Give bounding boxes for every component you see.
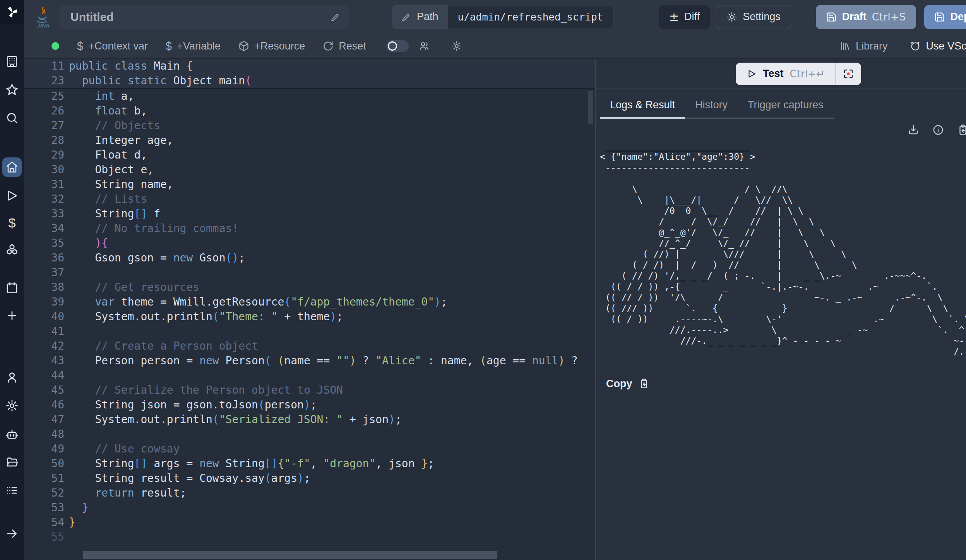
line-number: 52 xyxy=(24,486,64,500)
folder-open-icon[interactable] xyxy=(5,456,19,469)
test-button[interactable]: Test Ctrl+↵ xyxy=(736,63,835,85)
script-title: Untitled xyxy=(70,10,331,24)
clipboard-copy-icon[interactable] xyxy=(957,124,966,136)
use-vscode-button[interactable]: Use VScode xyxy=(910,40,966,52)
vscode-cat-icon xyxy=(910,41,921,51)
line-number: 30 xyxy=(24,162,64,177)
code-line: 30 Object e, xyxy=(24,162,595,177)
draft-button[interactable]: Draft Ctrl+S xyxy=(816,5,916,29)
resources-cubes-icon[interactable] xyxy=(5,243,19,256)
search-icon[interactable] xyxy=(5,111,19,125)
line-number: 28 xyxy=(24,133,64,148)
result-tabs-row: Logs & ResultHistoryTrigger captures xyxy=(595,89,966,119)
star-icon[interactable] xyxy=(5,83,19,96)
clipboard-copy-icon xyxy=(639,378,649,389)
line-number: 31 xyxy=(24,177,64,192)
package-icon xyxy=(238,41,249,51)
code-line: 26 float b, xyxy=(24,104,595,118)
code-editor[interactable]: 11public class Main {23 public static Ob… xyxy=(24,59,595,560)
windmill-logo-icon[interactable] xyxy=(0,0,24,24)
settings-gear-icon[interactable] xyxy=(5,399,19,412)
toggle-knob xyxy=(388,41,397,51)
code-line: 49 // Use cowsay xyxy=(24,442,595,456)
line-number: 40 xyxy=(24,309,64,324)
result-panel: Test Ctrl+↵ Logs & ResultHisto xyxy=(595,59,966,560)
plus-icon[interactable] xyxy=(5,309,19,322)
diff-button[interactable]: ± Diff xyxy=(659,5,710,29)
user-icon[interactable] xyxy=(5,371,19,384)
test-strip: Test Ctrl+↵ xyxy=(595,59,966,89)
reset-button[interactable]: Reset xyxy=(323,40,366,52)
list-icon[interactable] xyxy=(5,484,19,497)
line-number: 54 xyxy=(24,515,64,530)
library-button[interactable]: Library xyxy=(840,40,888,52)
line-number: 39 xyxy=(24,295,64,309)
use-vscode-label: Use VScode xyxy=(926,40,966,52)
tab-history[interactable]: History xyxy=(685,95,738,118)
app-window: $ Java Untitled xyxy=(0,0,966,560)
code-line: 29 Float d, xyxy=(24,148,595,162)
tab-trigger-captures[interactable]: Trigger captures xyxy=(738,95,834,118)
line-number: 50 xyxy=(24,456,64,471)
info-icon[interactable] xyxy=(932,124,944,136)
code-lines[interactable]: 25 int a,26 float b,27 // Objects28 Inte… xyxy=(24,89,595,545)
line-number: 33 xyxy=(24,207,64,221)
code-line: 40 System.out.println("Theme: " + theme)… xyxy=(24,309,595,324)
line-number: 48 xyxy=(24,427,64,442)
code-line: 34 // No trailing commas! xyxy=(24,221,595,236)
edit-path-pencil-icon xyxy=(401,12,411,22)
settings-button[interactable]: Settings xyxy=(716,5,791,29)
edit-title-pencil-icon[interactable] xyxy=(331,12,341,22)
line-number: 44 xyxy=(24,368,64,383)
draft-shortcut: Ctrl+S xyxy=(872,11,906,23)
test-shortcut: Ctrl+↵ xyxy=(790,68,825,80)
building-icon[interactable] xyxy=(5,55,19,68)
code-line: 45 // Serialize the Person object to JSO… xyxy=(24,383,595,398)
diff-mode-toggle[interactable] xyxy=(386,40,409,52)
line-number: 38 xyxy=(24,280,64,295)
robot-icon[interactable] xyxy=(5,427,19,440)
settings-gear-icon xyxy=(726,12,737,22)
tab-logs-result[interactable]: Logs & Result xyxy=(600,95,685,119)
horizontal-scrollbar[interactable] xyxy=(83,551,497,559)
capture-run-button[interactable] xyxy=(836,63,861,85)
code-line: 46 String json = gson.toJson(person); xyxy=(24,398,595,412)
schedules-calendar-icon[interactable] xyxy=(5,281,19,294)
path-input[interactable]: u/admin/refreshed_script xyxy=(448,5,613,29)
add-resource-button[interactable]: +Resource xyxy=(238,40,305,52)
code-line: 42 // Create a Person object xyxy=(24,339,595,353)
deploy-label: Deploy xyxy=(951,11,966,23)
line-number: 29 xyxy=(24,148,64,162)
java-language-icon: Java xyxy=(33,6,51,28)
code-line: 41 xyxy=(24,324,595,339)
line-number: 34 xyxy=(24,221,64,236)
sidebar-divider xyxy=(0,141,24,141)
add-variable-button[interactable]: $ +Variable xyxy=(166,40,221,53)
runs-play-icon[interactable] xyxy=(5,189,19,202)
test-button-group: Test Ctrl+↵ xyxy=(736,63,861,85)
vertical-scrollbar[interactable] xyxy=(588,91,593,124)
status-dot xyxy=(51,42,59,50)
line-number: 41 xyxy=(24,324,64,339)
line-number: 55 xyxy=(24,530,64,545)
deploy-button[interactable]: Deploy xyxy=(924,5,966,29)
editor-settings-gear-icon[interactable] xyxy=(451,41,462,51)
code-line: 37 xyxy=(24,265,595,280)
path-edit-button[interactable]: Path xyxy=(392,5,448,29)
copy-result-button[interactable]: Copy xyxy=(606,378,966,390)
sidebar-item-home[interactable] xyxy=(2,157,22,177)
path-value: u/admin/refreshed_script xyxy=(458,11,603,23)
download-icon[interactable] xyxy=(908,124,919,136)
add-context-var-button[interactable]: $ +Context var xyxy=(77,40,148,53)
users-icon[interactable] xyxy=(419,41,430,51)
script-title-input[interactable]: Untitled xyxy=(60,5,349,29)
library-label: Library xyxy=(856,40,888,52)
collapse-arrow-right-icon[interactable] xyxy=(5,527,19,540)
variables-dollar-icon[interactable]: $ xyxy=(9,216,16,229)
sticky-code-line: 11public class Main { xyxy=(24,59,595,73)
copy-label: Copy xyxy=(606,378,632,390)
code-line: 31 String name, xyxy=(24,177,595,192)
code-line: 52 return result; xyxy=(24,486,595,500)
code-line: 36 Gson gson = new Gson(); xyxy=(24,251,595,265)
library-icon xyxy=(840,41,851,51)
